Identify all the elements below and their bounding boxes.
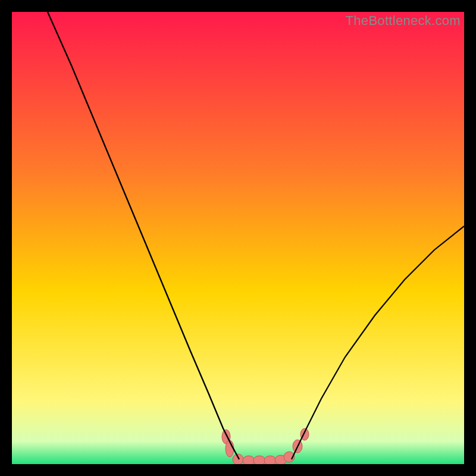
floor-blob [264,456,276,464]
floor-blob [253,456,265,464]
chart-svg [12,12,464,464]
chart-frame: TheBottleneck.com [12,12,464,464]
gradient-bg [12,12,464,464]
floor-blob [243,456,255,464]
floor-blob [233,454,243,464]
watermark-text: TheBottleneck.com [346,13,461,29]
